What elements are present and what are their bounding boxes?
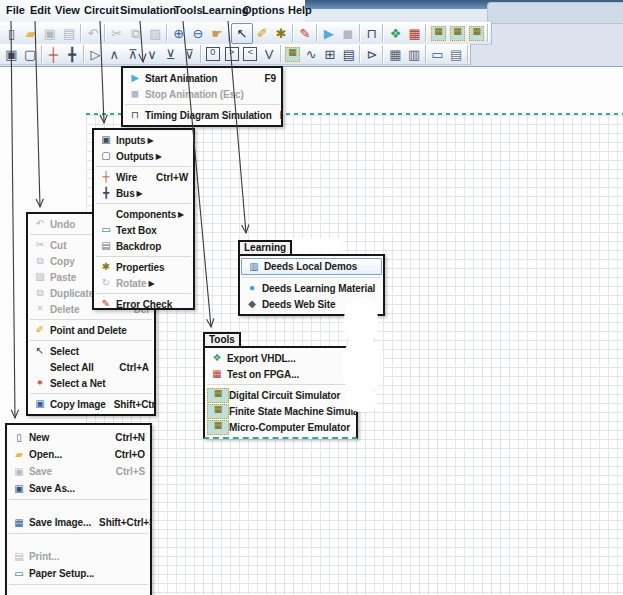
circuit-simulator-chip-button[interactable]: ▦: [429, 24, 448, 43]
components[interactable]: Components▶: [94, 206, 193, 222]
tristate-button[interactable]: ⊳: [363, 45, 382, 64]
stop-animation-button[interactable]: ◼: [338, 24, 357, 43]
deeds-learning-material[interactable]: ●Deeds Learning Material: [240, 280, 383, 296]
rotate[interactable]: ↻Rotate▶: [94, 275, 193, 291]
properties-button[interactable]: ✱: [272, 24, 291, 43]
menu-file[interactable]: File: [6, 4, 25, 16]
flipflop-d-button-icon: 0: [206, 47, 220, 61]
paper-setup[interactable]: ▭Paper Setup...: [7, 565, 150, 582]
zoom-in-button[interactable]: ⊕: [169, 24, 188, 43]
chip-button-icon: ▦: [285, 47, 300, 62]
grid-button[interactable]: ▦: [386, 45, 405, 64]
paper-setup-icon: ▭: [9, 569, 29, 579]
text-box-button[interactable]: ▭: [428, 45, 447, 64]
paste-button[interactable]: ▨: [145, 24, 164, 43]
bus-button-icon: ╋: [68, 48, 76, 61]
stop-animation[interactable]: ◼Stop Animation (Esc): [123, 86, 281, 102]
finite-state-machine-simulator[interactable]: ▦Finite State Machine Simulator: [205, 403, 356, 419]
menu-help[interactable]: Help: [288, 4, 312, 16]
deeds-local-demos[interactable]: ▥Deeds Local Demos: [241, 258, 382, 275]
wire-button[interactable]: ┼: [44, 45, 63, 64]
menu-edit[interactable]: Edit: [30, 4, 51, 16]
or-gate-button[interactable]: ∨: [143, 45, 162, 64]
export-vhdl-button[interactable]: ❖: [386, 24, 405, 43]
test-fpga-button[interactable]: ▦: [405, 24, 424, 43]
nor-gate-button[interactable]: ⊽: [180, 45, 199, 64]
menu-view[interactable]: View: [55, 4, 80, 16]
digital-circuit-simulator[interactable]: ▦Digital Circuit Simulator: [205, 387, 356, 403]
export-vhdl[interactable]: ❖Export VHDL...: [205, 350, 356, 366]
save-button[interactable]: ▣: [40, 24, 59, 43]
menu-tools[interactable]: Tools: [174, 4, 203, 16]
open-button[interactable]: ▰: [21, 24, 40, 43]
mux-button[interactable]: V: [260, 45, 279, 64]
menu-options[interactable]: Options: [243, 4, 285, 16]
zoom-out-button[interactable]: ⊖: [188, 24, 207, 43]
tristate-button-icon: ⊳: [367, 48, 378, 61]
error-check-button[interactable]: ✎: [295, 24, 314, 43]
select-all[interactable]: Select AllCtrl+A: [28, 359, 154, 375]
bus-button[interactable]: ╋: [63, 45, 82, 64]
not-gate-button[interactable]: ▷: [86, 45, 105, 64]
flipflop-d-button[interactable]: 0: [203, 45, 222, 64]
new-button[interactable]: ▯: [2, 24, 21, 43]
pointer-button[interactable]: ↖: [231, 23, 252, 44]
oscillator-button[interactable]: ∿: [302, 45, 321, 64]
display-button[interactable]: ▤: [339, 45, 358, 64]
open[interactable]: ▰Open...Ctrl+O: [7, 446, 150, 463]
select-a-net[interactable]: ✶Select a Net: [28, 375, 154, 391]
undo-button[interactable]: ↶: [83, 24, 102, 43]
xor-gate-button[interactable]: ⊻: [161, 45, 180, 64]
flipflop-jk-button[interactable]: <: [241, 45, 260, 64]
pan-button[interactable]: ☛: [208, 24, 227, 43]
save-as[interactable]: ▣Save As...: [7, 480, 150, 497]
whiteout-patch: [287, 238, 343, 253]
export-vhdl-button-icon: ❖: [390, 27, 402, 40]
inputs-button[interactable]: ▣: [2, 45, 21, 64]
inputs[interactable]: ▣Inputs▶: [94, 132, 193, 148]
outputs[interactable]: ▢Outputs▶: [94, 148, 193, 164]
print[interactable]: ▤Print...: [7, 548, 150, 565]
new[interactable]: ▯NewCtrl+N: [7, 429, 150, 446]
point-and-delete[interactable]: ✐Point and Delete: [28, 322, 154, 338]
circuit-menu: ▣Inputs▶▢Outputs▶┼WireCtrl+W╋Bus▶Compone…: [92, 128, 195, 310]
whiteout-patch: [342, 340, 383, 392]
backdrop-button[interactable]: ▤: [447, 45, 466, 64]
menu-learning[interactable]: Learning: [202, 4, 248, 16]
point-delete-button[interactable]: ✐: [253, 24, 272, 43]
point-and-delete-icon: ✐: [30, 325, 50, 335]
timing-diagram-simulation[interactable]: ⊓Timing Diagram SimulationF8: [123, 107, 281, 123]
fsm-simulator-chip-button[interactable]: ▦: [448, 24, 467, 43]
start-animation[interactable]: ▶Start AnimationF9: [123, 70, 281, 86]
print-button[interactable]: ▤: [60, 24, 79, 43]
microcomputer-chip-button[interactable]: ▦: [467, 24, 486, 43]
copy-image[interactable]: ▣Copy ImageShift+Ctrl+C: [28, 396, 154, 412]
menu-circuit[interactable]: Circuit: [84, 4, 119, 16]
text-box[interactable]: ▭Text Box: [94, 222, 193, 238]
select[interactable]: ↖Select: [28, 343, 154, 359]
outputs-button[interactable]: ▢: [21, 45, 40, 64]
error-check[interactable]: ✎Error Check: [94, 296, 193, 310]
bus[interactable]: ╋Bus▶: [94, 185, 193, 201]
start-animation-button[interactable]: ▶: [319, 24, 338, 43]
export-vhdl-icon: ❖: [207, 353, 227, 363]
micro-computer-emulator[interactable]: ▦Micro-Computer Emulator: [205, 419, 356, 435]
nand-gate-button[interactable]: ⊼: [124, 45, 143, 64]
chip-button[interactable]: ▦: [283, 45, 302, 64]
copy-button[interactable]: ⧉: [126, 24, 145, 43]
properties[interactable]: ✱Properties: [94, 259, 193, 275]
save-image[interactable]: ▦Save Image...Shift+Ctrl+S: [7, 514, 150, 531]
backdrop[interactable]: ▤Backdrop: [94, 238, 193, 254]
flipflop-e-button[interactable]: >: [222, 45, 241, 64]
properties-icon: ✱: [96, 262, 116, 272]
scope-button[interactable]: ▥: [405, 45, 424, 64]
cut-button[interactable]: ✂: [107, 24, 126, 43]
start-animation-button-icon: ▶: [324, 27, 334, 40]
timing-diagram-button[interactable]: ⊓: [362, 24, 381, 43]
wire[interactable]: ┼WireCtrl+W: [94, 169, 193, 185]
menu-simulation[interactable]: Simulation: [120, 4, 176, 16]
save[interactable]: ▣SaveCtrl+S: [7, 463, 150, 480]
test-on-fpga[interactable]: ▦Test on FPGA...: [205, 366, 356, 382]
and-gate-button[interactable]: ∧: [105, 45, 124, 64]
counter-button[interactable]: ⊞: [321, 45, 340, 64]
